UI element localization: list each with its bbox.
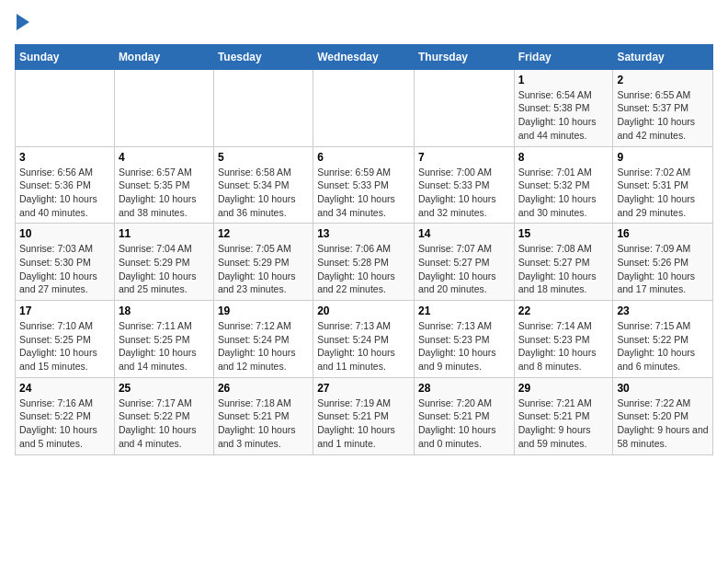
day-detail: Sunrise: 7:12 AM Sunset: 5:24 PM Dayligh…: [218, 319, 309, 373]
calendar-week-3: 10Sunrise: 7:03 AM Sunset: 5:30 PM Dayli…: [16, 224, 713, 301]
day-detail: Sunrise: 7:22 AM Sunset: 5:20 PM Dayligh…: [617, 396, 709, 451]
calendar-cell: 15Sunrise: 7:08 AM Sunset: 5:27 PM Dayli…: [514, 224, 613, 301]
calendar-cell: 22Sunrise: 7:14 AM Sunset: 5:23 PM Dayli…: [514, 301, 613, 378]
calendar-cell: 19Sunrise: 7:12 AM Sunset: 5:24 PM Dayli…: [213, 301, 313, 378]
day-number: 6: [317, 151, 410, 164]
day-number: 25: [119, 382, 210, 395]
day-number: 17: [19, 304, 110, 317]
calendar-cell: 21Sunrise: 7:13 AM Sunset: 5:23 PM Dayli…: [414, 301, 514, 378]
day-number: 12: [218, 227, 309, 240]
calendar-cell: 30Sunrise: 7:22 AM Sunset: 5:20 PM Dayli…: [613, 377, 713, 454]
day-number: 22: [518, 304, 609, 317]
calendar-cell: 5Sunrise: 6:58 AM Sunset: 5:34 PM Daylig…: [213, 146, 313, 224]
day-number: 26: [218, 382, 309, 395]
day-detail: Sunrise: 7:03 AM Sunset: 5:30 PM Dayligh…: [19, 242, 110, 296]
day-number: 27: [317, 382, 410, 395]
day-detail: Sunrise: 7:08 AM Sunset: 5:27 PM Dayligh…: [518, 242, 609, 296]
calendar-cell: 6Sunrise: 6:59 AM Sunset: 5:33 PM Daylig…: [313, 146, 415, 224]
calendar-cell: 26Sunrise: 7:18 AM Sunset: 5:21 PM Dayli…: [213, 377, 313, 454]
day-detail: Sunrise: 7:10 AM Sunset: 5:25 PM Dayligh…: [19, 319, 110, 373]
calendar-cell: 23Sunrise: 7:15 AM Sunset: 5:22 PM Dayli…: [613, 301, 713, 378]
day-detail: Sunrise: 6:57 AM Sunset: 5:35 PM Dayligh…: [119, 166, 210, 220]
calendar-cell: [114, 69, 213, 146]
day-number: 10: [19, 227, 110, 240]
day-detail: Sunrise: 7:04 AM Sunset: 5:29 PM Dayligh…: [119, 242, 210, 296]
weekday-header-wednesday: Wednesday: [313, 44, 415, 69]
calendar-cell: 3Sunrise: 6:56 AM Sunset: 5:36 PM Daylig…: [16, 146, 115, 224]
weekday-header-sunday: Sunday: [16, 44, 115, 69]
day-detail: Sunrise: 7:15 AM Sunset: 5:22 PM Dayligh…: [617, 319, 709, 373]
day-detail: Sunrise: 6:58 AM Sunset: 5:34 PM Dayligh…: [218, 166, 309, 220]
weekday-header-saturday: Saturday: [613, 44, 713, 69]
calendar-cell: 9Sunrise: 7:02 AM Sunset: 5:31 PM Daylig…: [613, 146, 713, 224]
calendar-cell: 10Sunrise: 7:03 AM Sunset: 5:30 PM Dayli…: [16, 224, 115, 301]
calendar-cell: 12Sunrise: 7:05 AM Sunset: 5:29 PM Dayli…: [213, 224, 313, 301]
day-number: 30: [617, 382, 709, 395]
weekday-header-monday: Monday: [114, 44, 213, 69]
calendar-cell: 8Sunrise: 7:01 AM Sunset: 5:32 PM Daylig…: [514, 146, 613, 224]
weekday-header-friday: Friday: [514, 44, 613, 69]
logo: [15, 15, 29, 33]
day-detail: Sunrise: 6:59 AM Sunset: 5:33 PM Dayligh…: [317, 166, 410, 220]
calendar-cell: [313, 69, 415, 146]
day-number: 23: [617, 304, 709, 317]
logo-arrow-icon: [17, 14, 29, 30]
day-detail: Sunrise: 7:17 AM Sunset: 5:22 PM Dayligh…: [119, 396, 210, 451]
calendar-cell: 4Sunrise: 6:57 AM Sunset: 5:35 PM Daylig…: [114, 146, 213, 224]
calendar-cell: 16Sunrise: 7:09 AM Sunset: 5:26 PM Dayli…: [613, 224, 713, 301]
day-number: 2: [617, 74, 709, 86]
day-number: 20: [317, 304, 410, 317]
calendar-cell: 28Sunrise: 7:20 AM Sunset: 5:21 PM Dayli…: [414, 377, 514, 454]
day-detail: Sunrise: 7:21 AM Sunset: 5:21 PM Dayligh…: [518, 396, 609, 451]
day-number: 11: [119, 227, 210, 240]
calendar-cell: 29Sunrise: 7:21 AM Sunset: 5:21 PM Dayli…: [514, 377, 613, 454]
weekday-header-tuesday: Tuesday: [213, 44, 313, 69]
day-number: 15: [518, 227, 609, 240]
day-number: 16: [617, 227, 709, 240]
calendar-cell: [16, 69, 115, 146]
calendar-week-5: 24Sunrise: 7:16 AM Sunset: 5:22 PM Dayli…: [16, 377, 713, 454]
day-detail: Sunrise: 7:18 AM Sunset: 5:21 PM Dayligh…: [218, 396, 309, 451]
day-detail: Sunrise: 7:07 AM Sunset: 5:27 PM Dayligh…: [418, 242, 510, 296]
calendar-cell: 24Sunrise: 7:16 AM Sunset: 5:22 PM Dayli…: [16, 377, 115, 454]
day-detail: Sunrise: 7:05 AM Sunset: 5:29 PM Dayligh…: [218, 242, 309, 296]
calendar-cell: [213, 69, 313, 146]
calendar-header: SundayMondayTuesdayWednesdayThursdayFrid…: [16, 44, 713, 69]
day-number: 29: [518, 382, 609, 395]
calendar-cell: 7Sunrise: 7:00 AM Sunset: 5:33 PM Daylig…: [414, 146, 514, 224]
calendar-cell: 27Sunrise: 7:19 AM Sunset: 5:21 PM Dayli…: [313, 377, 415, 454]
day-detail: Sunrise: 7:01 AM Sunset: 5:32 PM Dayligh…: [518, 166, 609, 220]
day-number: 4: [119, 151, 210, 164]
day-detail: Sunrise: 7:06 AM Sunset: 5:28 PM Dayligh…: [317, 242, 410, 296]
day-number: 1: [518, 74, 609, 86]
day-detail: Sunrise: 7:00 AM Sunset: 5:33 PM Dayligh…: [418, 166, 510, 220]
day-number: 7: [418, 151, 510, 164]
day-detail: Sunrise: 7:09 AM Sunset: 5:26 PM Dayligh…: [617, 242, 709, 296]
day-number: 21: [418, 304, 510, 317]
day-detail: Sunrise: 7:14 AM Sunset: 5:23 PM Dayligh…: [518, 319, 609, 373]
calendar-week-1: 1Sunrise: 6:54 AM Sunset: 5:38 PM Daylig…: [16, 69, 713, 146]
day-number: 5: [218, 151, 309, 164]
calendar-cell: 20Sunrise: 7:13 AM Sunset: 5:24 PM Dayli…: [313, 301, 415, 378]
calendar-cell: 17Sunrise: 7:10 AM Sunset: 5:25 PM Dayli…: [16, 301, 115, 378]
day-number: 3: [19, 151, 110, 164]
calendar-cell: 2Sunrise: 6:55 AM Sunset: 5:37 PM Daylig…: [613, 69, 713, 146]
day-number: 28: [418, 382, 510, 395]
day-detail: Sunrise: 7:16 AM Sunset: 5:22 PM Dayligh…: [19, 396, 110, 451]
calendar-week-2: 3Sunrise: 6:56 AM Sunset: 5:36 PM Daylig…: [16, 146, 713, 224]
calendar-cell: 1Sunrise: 6:54 AM Sunset: 5:38 PM Daylig…: [514, 69, 613, 146]
calendar-cell: [414, 69, 514, 146]
day-number: 24: [19, 382, 110, 395]
calendar-cell: 25Sunrise: 7:17 AM Sunset: 5:22 PM Dayli…: [114, 377, 213, 454]
day-detail: Sunrise: 7:13 AM Sunset: 5:23 PM Dayligh…: [418, 319, 510, 373]
day-detail: Sunrise: 6:55 AM Sunset: 5:37 PM Dayligh…: [617, 88, 709, 143]
day-number: 8: [518, 151, 609, 164]
calendar-cell: 18Sunrise: 7:11 AM Sunset: 5:25 PM Dayli…: [114, 301, 213, 378]
day-detail: Sunrise: 6:54 AM Sunset: 5:38 PM Dayligh…: [518, 88, 609, 143]
day-number: 9: [617, 151, 709, 164]
day-number: 19: [218, 304, 309, 317]
day-detail: Sunrise: 7:11 AM Sunset: 5:25 PM Dayligh…: [119, 319, 210, 373]
calendar-cell: 13Sunrise: 7:06 AM Sunset: 5:28 PM Dayli…: [313, 224, 415, 301]
calendar-week-4: 17Sunrise: 7:10 AM Sunset: 5:25 PM Dayli…: [16, 301, 713, 378]
day-number: 14: [418, 227, 510, 240]
